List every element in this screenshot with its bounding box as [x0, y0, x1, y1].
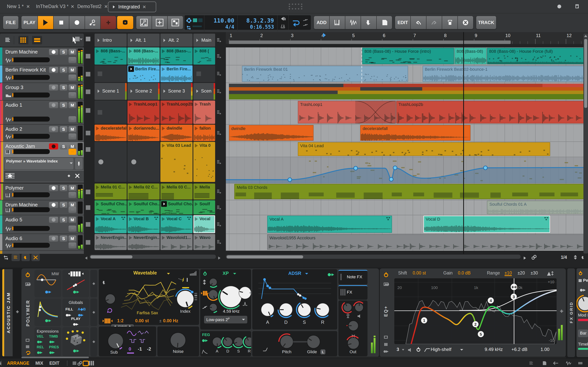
play-menu-button[interactable]: PLAY [21, 16, 37, 29]
width:24px;height:18px;[interactable] [89, 360, 94, 366]
eq-shift-value[interactable]: 0.00 st [413, 271, 426, 275]
osc-detune-st-value[interactable]: 0.00 st [135, 318, 149, 323]
time-signature-value[interactable]: 4/4 [225, 24, 234, 30]
layout-toggle-button[interactable] [168, 16, 183, 29]
solo-button[interactable]: S [60, 202, 67, 208]
osc-detune-hz-value[interactable]: 0.00 Hz [163, 318, 178, 323]
phase-knob[interactable] [103, 292, 118, 306]
wavetable-title[interactable]: Wavetable [99, 270, 191, 276]
element[interactable] [96, 185, 99, 189]
element[interactable] [129, 202, 132, 206]
track-name[interactable]: Polymer [5, 185, 47, 191]
phase-random-icon[interactable] [106, 307, 113, 315]
eq-route-icon[interactable] [382, 349, 390, 354]
track-name[interactable]: Audio 5 [5, 217, 47, 223]
record-arm-button[interactable] [49, 143, 58, 150]
volume-fader[interactable] [12, 243, 50, 248]
solo-button[interactable]: S [60, 49, 67, 55]
undo-button[interactable] [411, 16, 426, 29]
volume-fader[interactable] [12, 192, 50, 197]
width:24px;height:18px;[interactable] [83, 360, 89, 366]
element[interactable] [162, 102, 165, 106]
back-icon[interactable] [552, 360, 560, 366]
mute-button[interactable]: M [69, 235, 76, 242]
track-button[interactable]: TRACK [476, 16, 496, 29]
height:20px;[interactable]: EDIT [49, 361, 65, 366]
element[interactable] [129, 49, 132, 53]
toggle-behavior-icon[interactable] [2, 255, 9, 261]
launcher-clip[interactable]: Berlin Fire... [160, 65, 192, 82]
solo-button[interactable]: S [60, 102, 67, 108]
element[interactable] [129, 217, 132, 221]
clip-row-options[interactable] [216, 184, 222, 200]
eq-range-2[interactable]: ±30 [531, 271, 538, 275]
track-header-audio-1[interactable]: Audio 1SM [0, 100, 84, 125]
file-panel-icon[interactable] [540, 360, 547, 366]
adsr-knob-R[interactable] [314, 301, 331, 318]
timeline-ruler[interactable]: 123456789101112 [226, 32, 588, 44]
scroll-up-arrow[interactable] [584, 35, 587, 37]
eq-range-1[interactable]: ±20 [518, 271, 525, 275]
keys-panel-icon[interactable] [577, 360, 584, 366]
record-arm-button[interactable] [49, 84, 58, 91]
arranger-clip[interactable]: dwindle [229, 125, 313, 141]
element[interactable] [162, 185, 165, 189]
filter-mode-dropdown[interactable]: Low-pass 2P [204, 316, 247, 323]
launcher-clip[interactable]: Vocal C [160, 215, 192, 233]
launcher-clip[interactable]: 808 (Bass-... [95, 47, 127, 65]
duplicate-button[interactable] [442, 16, 458, 29]
track-header-drum-machine[interactable]: Drum MachineSM [0, 200, 84, 215]
clip-row-options[interactable] [216, 83, 222, 100]
clip-stop-button[interactable] [86, 131, 90, 135]
scene-options-column[interactable] [216, 34, 222, 47]
track-header-polymer[interactable]: PolymerSM [0, 184, 84, 200]
filter-env-knob[interactable] [207, 276, 219, 288]
clip-row-options[interactable] [216, 215, 222, 233]
loop-cell[interactable] [289, 15, 311, 30]
edit-button[interactable]: EDIT [395, 16, 410, 29]
launcher-clip[interactable]: Mella 03 C... [160, 184, 192, 200]
tab-inthedark-v3-[interactable]: InTheDark V3 *✕ [32, 1, 78, 11]
wavetable-dropdown-icon[interactable] [167, 273, 170, 275]
left:60.28px;[interactable] [12, 76, 13, 79]
element[interactable] [195, 144, 198, 148]
left:60.28px;[interactable] [12, 208, 13, 211]
arranger-rows-view-button[interactable] [32, 36, 42, 44]
time-value[interactable]: 0:16.553 [250, 24, 274, 30]
adsr-title[interactable]: ADSR [252, 271, 337, 276]
metronome-cell[interactable] [277, 15, 289, 30]
launcher-clip[interactable]: 808 (Bass-... [128, 47, 160, 65]
pitch-knob[interactable] [278, 333, 295, 350]
track-name[interactable]: Drum Machine [5, 202, 47, 208]
out-knob[interactable] [345, 335, 361, 351]
glide-knob[interactable] [305, 333, 322, 350]
eq-band-q[interactable]: 1.00 [541, 347, 550, 352]
add-from-file-button[interactable] [377, 16, 392, 29]
eq-band-handle-5[interactable]: 5 [478, 331, 484, 337]
fx-grid-device[interactable]: FX GRID [567, 268, 575, 357]
element[interactable] [96, 236, 99, 240]
track-name[interactable]: Drum Machine [5, 49, 47, 55]
vel-knob[interactable] [341, 301, 354, 314]
arranger-clip[interactable]: Berlin Firework Beat 02-bounce-1 [423, 66, 588, 82]
track-name[interactable]: Acoustic Jam [5, 143, 47, 149]
launcher-clip[interactable]: dwindle [160, 125, 192, 141]
launcher-clip[interactable]: Vita 03 Lead [160, 142, 192, 182]
tab-demotest2[interactable]: DemoTest2✕ [73, 1, 112, 11]
launcher-clip[interactable]: Soulf [193, 200, 215, 215]
launcher-clip[interactable]: TrashLoop1 [128, 100, 160, 124]
filter-resonance-knob[interactable] [237, 284, 251, 301]
clip-row-options[interactable] [216, 65, 222, 82]
element[interactable] [162, 126, 165, 130]
eq-gain-value[interactable]: 0.0 dB [458, 271, 471, 275]
left:60.28px;[interactable] [12, 134, 13, 138]
loop-region[interactable] [229, 41, 511, 44]
eq-range-0[interactable]: ±10 [505, 271, 512, 276]
element[interactable] [195, 185, 198, 189]
element[interactable] [195, 102, 198, 106]
launcher-clip[interactable]: TrashLoop2b [160, 100, 192, 124]
wavetable-display[interactable] [119, 277, 176, 316]
device-preset-icon[interactable] [24, 281, 31, 287]
tab-close-icon[interactable]: ✕ [26, 4, 30, 9]
launcher-scrollbar[interactable] [90, 255, 216, 259]
